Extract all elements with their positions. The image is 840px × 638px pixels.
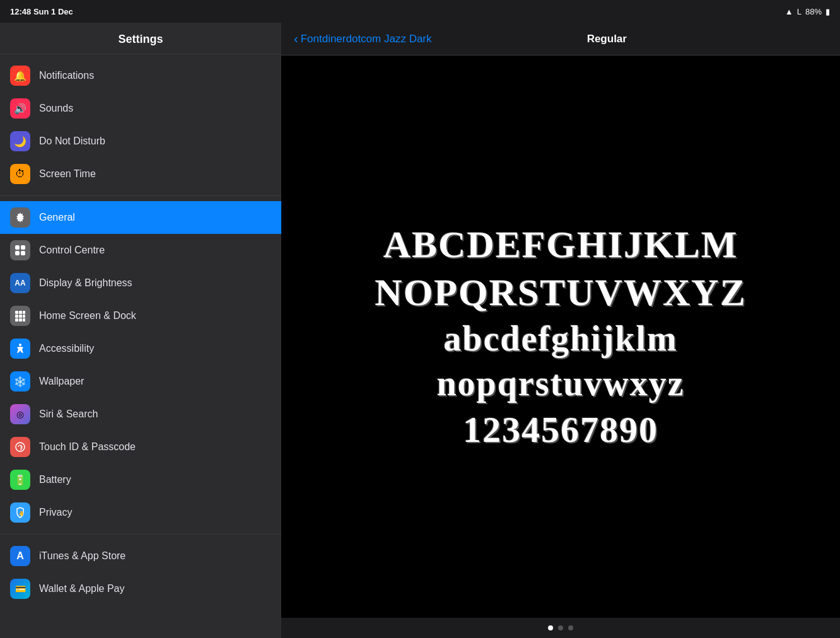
- privacy-icon: 🤚: [10, 502, 30, 523]
- donotdisturb-label: Do Not Disturb: [39, 136, 105, 147]
- wallet-label: Wallet & Apple Pay: [39, 583, 124, 594]
- notifications-label: Notifications: [39, 70, 94, 81]
- general-icon: [10, 207, 30, 228]
- sidebar-item-privacy[interactable]: 🤚 Privacy: [0, 496, 281, 529]
- sidebar-item-notifications[interactable]: 🔔 Notifications: [0, 59, 281, 92]
- svg-rect-13: [23, 318, 25, 322]
- sidebar-item-siri[interactable]: ◎ Siri & Search: [0, 398, 281, 431]
- svg-rect-3: [15, 251, 20, 255]
- content-header: ‹ Fontdinerdotcom Jazz Dark Regular: [281, 23, 840, 55]
- screentime-icon: ⏱: [10, 164, 30, 184]
- back-chevron-icon: ‹: [294, 32, 298, 46]
- siri-icon: ◎: [10, 404, 30, 424]
- appstore-icon: A: [10, 546, 30, 566]
- touchid-icon: [10, 437, 30, 457]
- font-line-lowercase1: abcdefghijklm: [443, 320, 677, 359]
- sidebar-item-homescreen[interactable]: Home Screen & Dock: [0, 299, 281, 332]
- font-line-uppercase2: NOPQRSTUVWXYZ: [375, 272, 746, 313]
- homescreen-label: Home Screen & Dock: [39, 310, 136, 322]
- svg-rect-9: [19, 315, 22, 318]
- svg-rect-5: [15, 311, 18, 314]
- svg-rect-4: [21, 251, 25, 255]
- battery-percent: 88%: [805, 7, 822, 16]
- svg-rect-11: [15, 318, 18, 322]
- page-dot-1: [548, 625, 553, 630]
- sidebar-item-general[interactable]: General: [0, 201, 281, 234]
- sidebar-item-displaybrightness[interactable]: AA Display & Brightness: [0, 267, 281, 299]
- wallet-icon: 💳: [10, 579, 30, 599]
- sidebar-item-controlcentre[interactable]: Control Centre: [0, 234, 281, 267]
- notifications-icon: 🔔: [10, 66, 30, 86]
- font-line-lowercase2: nopqrstuvwxyz: [436, 364, 684, 403]
- homescreen-icon: [10, 306, 30, 326]
- battery-icon-sidebar: 🔋: [10, 470, 30, 490]
- sidebar: Settings 🔔 Notifications 🔊 Sounds 🌙 Do N…: [0, 23, 281, 638]
- content-area: ‹ Fontdinerdotcom Jazz Dark Regular ABCD…: [281, 23, 840, 638]
- svg-rect-7: [23, 311, 25, 314]
- svg-rect-8: [15, 315, 18, 318]
- status-bar: 12:48 Sun 1 Dec ▲ L 88% ▮: [0, 0, 840, 23]
- sidebar-item-touchid[interactable]: Touch ID & Passcode: [0, 431, 281, 463]
- screentime-label: Screen Time: [39, 168, 96, 180]
- general-label: General: [39, 212, 75, 223]
- sidebar-item-sounds[interactable]: 🔊 Sounds: [0, 92, 281, 125]
- page-dots: [281, 618, 840, 638]
- svg-rect-2: [21, 245, 25, 250]
- sidebar-item-wallpaper[interactable]: ❄️ Wallpaper: [0, 365, 281, 398]
- svg-rect-10: [23, 315, 25, 318]
- sidebar-item-screentime[interactable]: ⏱ Screen Time: [0, 158, 281, 190]
- accessibility-icon: [10, 339, 30, 359]
- touchid-label: Touch ID & Passcode: [39, 441, 136, 453]
- back-button[interactable]: ‹ Fontdinerdotcom Jazz Dark: [294, 32, 432, 46]
- battery-icon: ▮: [825, 7, 830, 16]
- sidebar-item-accessibility[interactable]: Accessibility: [0, 332, 281, 365]
- siri-label: Siri & Search: [39, 409, 98, 420]
- page-dot-3: [568, 625, 573, 630]
- controlcentre-label: Control Centre: [39, 245, 105, 256]
- font-line-uppercase1: ABCDEFGHIJKLM: [383, 224, 738, 265]
- sidebar-item-wallet[interactable]: 💳 Wallet & Apple Pay: [0, 572, 281, 605]
- svg-text:🤚: 🤚: [18, 510, 25, 516]
- sidebar-item-appstore[interactable]: A iTunes & App Store: [0, 540, 281, 572]
- svg-point-14: [19, 344, 21, 346]
- donotdisturb-icon: 🌙: [10, 131, 30, 151]
- displaybrightness-icon: AA: [10, 273, 30, 293]
- content-title: Regular: [587, 33, 627, 45]
- wallpaper-icon: ❄️: [10, 371, 30, 392]
- wifi-icon: ▲: [785, 7, 793, 16]
- controlcentre-icon: [10, 240, 30, 260]
- displaybrightness-label: Display & Brightness: [39, 277, 132, 289]
- svg-rect-1: [15, 245, 20, 250]
- page-dot-2: [558, 625, 563, 630]
- svg-rect-6: [19, 311, 22, 314]
- sidebar-group-1: 🔔 Notifications 🔊 Sounds 🌙 Do Not Distur…: [0, 54, 281, 196]
- cellular-icon: L: [797, 7, 802, 16]
- svg-rect-12: [19, 318, 22, 322]
- accessibility-label: Accessibility: [39, 343, 94, 354]
- sidebar-group-3: A iTunes & App Store 💳 Wallet & Apple Pa…: [0, 535, 281, 610]
- sidebar-item-battery[interactable]: 🔋 Battery: [0, 463, 281, 496]
- status-indicators: ▲ L 88% ▮: [785, 7, 830, 16]
- sidebar-group-2: General Control Centre AA Display & Brig…: [0, 196, 281, 535]
- wallpaper-label: Wallpaper: [39, 376, 84, 387]
- font-preview: ABCDEFGHIJKLM NOPQRSTUVWXYZ abcdefghijkl…: [281, 55, 840, 618]
- sidebar-title: Settings: [0, 23, 281, 54]
- status-time-date: 12:48 Sun 1 Dec: [10, 7, 73, 16]
- sounds-icon: 🔊: [10, 98, 30, 119]
- battery-label: Battery: [39, 474, 71, 485]
- appstore-label: iTunes & App Store: [39, 550, 125, 562]
- font-line-numbers: 1234567890: [463, 410, 658, 450]
- sidebar-item-donotdisturb[interactable]: 🌙 Do Not Disturb: [0, 125, 281, 158]
- sounds-label: Sounds: [39, 103, 73, 114]
- privacy-label: Privacy: [39, 507, 72, 518]
- main-layout: Settings 🔔 Notifications 🔊 Sounds 🌙 Do N…: [0, 23, 840, 638]
- back-label: Fontdinerdotcom Jazz Dark: [301, 33, 432, 45]
